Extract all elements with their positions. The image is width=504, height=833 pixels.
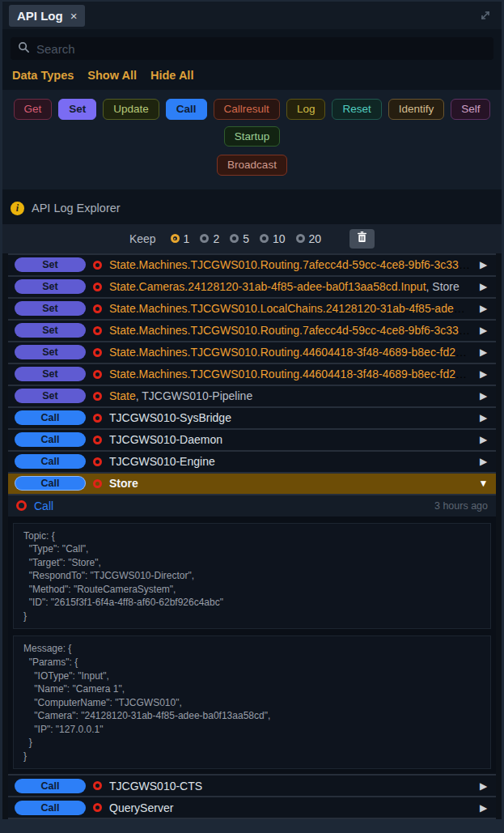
log-row[interactable]: Call TJCGWS010-Pipeline ▶ bbox=[8, 818, 496, 819]
log-row[interactable]: Set State.Machines.TJCGWS010.Routing.7af… bbox=[8, 319, 496, 341]
log-row-topic: State.Cameras.24128120-31ab-4f85-adee-ba… bbox=[109, 280, 426, 293]
expand-arrow-icon[interactable]: ▶ bbox=[477, 281, 489, 292]
resize-icon[interactable] bbox=[479, 9, 492, 25]
log-row-topic: State.Machines.TJCGWS010.Routing.4460441… bbox=[109, 368, 470, 380]
log-row-target: , TJCGWS010-Pipeline bbox=[136, 389, 252, 402]
status-ring-icon bbox=[93, 283, 102, 291]
filter-row-primary: GetSetUpdateCallCallresultLogResetIdenti… bbox=[12, 99, 492, 147]
status-ring-icon bbox=[93, 261, 102, 270]
clear-log-button[interactable] bbox=[349, 229, 375, 249]
search-input[interactable] bbox=[36, 42, 486, 56]
expand-arrow-icon[interactable]: ▶ bbox=[477, 325, 489, 336]
log-type-button[interactable]: Call bbox=[15, 801, 86, 815]
log-type-button[interactable]: Call bbox=[15, 476, 86, 491]
log-rows-before-detail: Set State.Machines.TJCGWS010.Routing.7af… bbox=[8, 253, 496, 494]
log-row[interactable]: Call TJCGWS010-Daemon ▶ bbox=[8, 428, 496, 450]
filter-button-broadcast[interactable]: Broadcast bbox=[217, 155, 287, 176]
filter-row-secondary: Broadcast bbox=[12, 155, 492, 176]
data-types-label[interactable]: Data Types bbox=[12, 69, 74, 82]
status-ring-icon bbox=[93, 326, 102, 335]
log-row-topic: State.Machines.TJCGWS010.Routing.4460441… bbox=[109, 346, 470, 359]
log-row[interactable]: Call TJCGWS010-Engine ▶ bbox=[8, 450, 496, 472]
log-row[interactable]: Call QueryServer ▶ bbox=[8, 796, 496, 818]
log-type-button[interactable]: Call bbox=[15, 410, 86, 425]
status-ring-icon bbox=[93, 370, 102, 379]
log-rows-after-detail: Call TJCGWS010-CTS ▶ Call QueryServer ▶ … bbox=[8, 774, 496, 819]
log-type-button[interactable]: Set bbox=[15, 279, 86, 294]
log-row-topic: State.Machines.TJCGWS010.Routing.7afecc4… bbox=[109, 258, 470, 271]
search-icon bbox=[18, 41, 30, 57]
log-type-button[interactable]: Set bbox=[15, 345, 86, 359]
filter-button-reset[interactable]: Reset bbox=[332, 99, 381, 120]
log-row[interactable]: Set State.Machines.TJCGWS010.Routing.446… bbox=[8, 341, 496, 363]
radio-icon[interactable] bbox=[296, 234, 305, 243]
filter-button-log[interactable]: Log bbox=[286, 99, 326, 120]
detail-type-label: Call bbox=[34, 499, 53, 512]
tab-api-log[interactable]: API Log × bbox=[9, 5, 85, 27]
status-ring-icon bbox=[93, 414, 102, 423]
hide-all-link[interactable]: Hide All bbox=[150, 69, 193, 82]
log-type-button[interactable]: Set bbox=[15, 323, 86, 338]
expand-arrow-icon[interactable]: ▶ bbox=[477, 412, 489, 423]
keep-radio-group: 1 2 5 10 20 bbox=[171, 232, 322, 245]
status-ring-icon bbox=[93, 392, 102, 401]
trash-icon bbox=[357, 232, 367, 245]
show-all-link[interactable]: Show All bbox=[87, 69, 137, 82]
expand-arrow-icon[interactable]: ▶ bbox=[477, 434, 489, 445]
log-row[interactable]: Set State.Machines.TJCGWS010.Routing.7af… bbox=[8, 253, 496, 275]
log-row[interactable]: Call Store ▼ bbox=[8, 472, 496, 494]
log-row-topic: State bbox=[109, 389, 136, 402]
expand-arrow-icon[interactable]: ▶ bbox=[477, 346, 489, 358]
detail-message-json: Message: { "Params": { "IOType": "Input"… bbox=[13, 635, 491, 769]
keep-radio-20[interactable]: 20 bbox=[296, 232, 322, 245]
radio-icon[interactable] bbox=[171, 234, 180, 243]
expand-arrow-icon[interactable]: ▶ bbox=[477, 390, 489, 402]
filter-button-get[interactable]: Get bbox=[14, 99, 53, 120]
expand-arrow-icon[interactable]: ▶ bbox=[477, 368, 489, 380]
log-detail-header: Call 3 hours ago bbox=[8, 495, 496, 516]
log-type-button[interactable]: Set bbox=[15, 367, 86, 381]
search-bar[interactable] bbox=[11, 37, 493, 60]
api-log-panel: API Log × Data Types Show All Hide All G… bbox=[2, 2, 502, 819]
radio-icon[interactable] bbox=[260, 234, 269, 243]
log-row[interactable]: Call TJCGWS010-SysBridge ▶ bbox=[8, 406, 496, 428]
expand-arrow-icon[interactable]: ▶ bbox=[477, 456, 489, 467]
detail-topic-json: Topic: { "Type": "Call", "Target": "Stor… bbox=[13, 523, 491, 630]
keep-radio-2[interactable]: 2 bbox=[200, 232, 219, 245]
log-row[interactable]: Set State, TJCGWS010-Pipeline ▶ bbox=[8, 385, 496, 406]
log-type-button[interactable]: Call bbox=[15, 779, 86, 793]
expand-arrow-icon[interactable]: ▼ bbox=[477, 478, 489, 489]
log-type-button[interactable]: Set bbox=[15, 389, 86, 403]
close-icon[interactable]: × bbox=[70, 10, 78, 22]
log-row[interactable]: Set State.Cameras.24128120-31ab-4f85-ade… bbox=[8, 275, 496, 297]
radio-icon[interactable] bbox=[230, 234, 239, 243]
expand-arrow-icon[interactable]: ▶ bbox=[477, 259, 489, 270]
filter-button-call[interactable]: Call bbox=[166, 99, 207, 120]
log-type-button[interactable]: Set bbox=[15, 257, 86, 272]
keep-radio-5[interactable]: 5 bbox=[230, 232, 249, 245]
radio-label: 5 bbox=[243, 232, 249, 245]
log-row[interactable]: Call TJCGWS010-CTS ▶ bbox=[8, 774, 496, 796]
log-type-button[interactable]: Call bbox=[15, 432, 86, 447]
filter-button-self[interactable]: Self bbox=[451, 99, 490, 120]
log-row[interactable]: Set State.Machines.TJCGWS010.Routing.446… bbox=[8, 363, 496, 385]
filter-button-identify[interactable]: Identify bbox=[388, 99, 445, 120]
filter-button-set[interactable]: Set bbox=[58, 99, 96, 120]
keep-radio-10[interactable]: 10 bbox=[260, 232, 286, 245]
keep-label: Keep bbox=[129, 232, 156, 245]
filter-button-startup[interactable]: Startup bbox=[224, 126, 281, 147]
keep-radio-1[interactable]: 1 bbox=[171, 232, 190, 245]
expand-arrow-icon[interactable]: ▶ bbox=[477, 802, 489, 814]
filter-button-callresult[interactable]: Callresult bbox=[214, 99, 280, 120]
log-row[interactable]: Set State.Machines.TJCGWS010.LocalChains… bbox=[8, 297, 496, 319]
log-type-button[interactable]: Set bbox=[15, 301, 86, 316]
status-ring-icon bbox=[93, 479, 102, 488]
filter-panel: GetSetUpdateCallCallresultLogResetIdenti… bbox=[2, 90, 502, 189]
expand-arrow-icon[interactable]: ▶ bbox=[477, 303, 489, 314]
data-types-bar: Data Types Show All Hide All bbox=[2, 60, 502, 84]
expand-arrow-icon[interactable]: ▶ bbox=[477, 780, 489, 792]
explorer-title: API Log Explorer bbox=[32, 202, 121, 215]
radio-icon[interactable] bbox=[200, 234, 209, 243]
filter-button-update[interactable]: Update bbox=[103, 99, 159, 120]
log-type-button[interactable]: Call bbox=[15, 454, 86, 469]
